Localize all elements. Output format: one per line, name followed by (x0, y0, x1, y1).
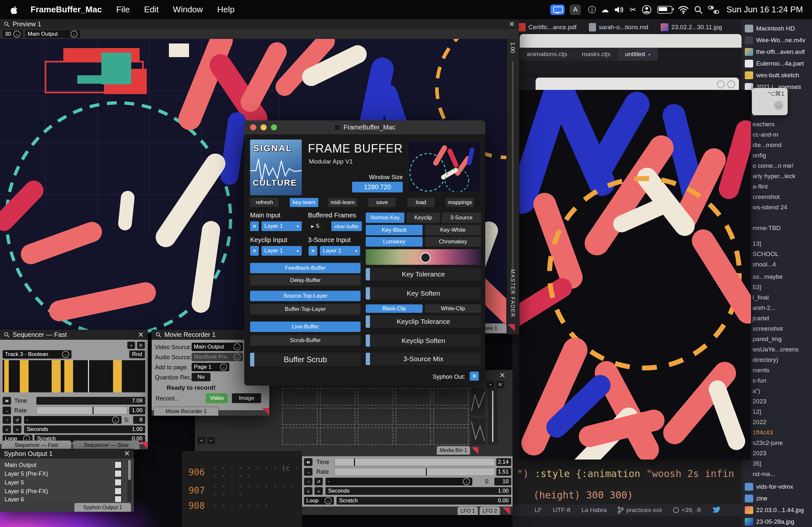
clock-button[interactable]: ◔ (3, 416, 11, 424)
rnd-button[interactable]: Rnd (129, 350, 145, 358)
chromakey-button[interactable]: Chromakey (425, 237, 481, 246)
menu-file[interactable]: File (116, 4, 130, 15)
sidebar-fragment[interactable]: s23c2-june (753, 439, 783, 447)
media-cell[interactable] (396, 408, 431, 425)
media-grid[interactable] (282, 388, 469, 445)
file-chip[interactable]: sarah-o...tions.md (589, 23, 648, 31)
shortcut-panel[interactable]: ⌥⌘1 … (752, 88, 788, 115)
preview-titlebar[interactable]: Preview 1 ✕ (0, 19, 519, 29)
keyclip-soften-slider[interactable]: Keyclip Soften (366, 334, 481, 347)
menu-app-name[interactable]: FrameBuffer_Mac (30, 4, 102, 15)
sidebar-file[interactable]: zine (745, 493, 811, 503)
media-cell[interactable] (433, 388, 469, 406)
screen-recording-icon[interactable] (550, 4, 565, 15)
close-icon[interactable]: ✕ (499, 372, 505, 379)
sidebar-fragment[interactable]: ws-istend 24 (753, 204, 787, 211)
live-buffer-button[interactable]: Live-Buffer (250, 321, 361, 332)
sidebar-fragment[interactable]: 13] (753, 240, 761, 247)
close-icon[interactable]: ✕ (138, 331, 144, 338)
media-cell[interactable] (358, 427, 393, 445)
sidebar-fragment[interactable]: a-flint (753, 183, 768, 190)
loop-arrow-button[interactable]: ↺ (315, 478, 323, 485)
media-cell[interactable] (433, 427, 469, 445)
video-source-select[interactable]: Main Output⌄ (192, 343, 243, 351)
syphon-out-checkbox[interactable]: ✕ (470, 372, 479, 381)
menu-window[interactable]: Window (173, 4, 203, 15)
more-icon[interactable]: … (774, 101, 783, 110)
lfo-curve-display[interactable] (471, 418, 485, 445)
random-toggle-button[interactable]: R (137, 342, 145, 349)
status-diff[interactable]: +39, -8 (673, 507, 701, 514)
sidebar-fragment[interactable]: o come...n me! (753, 162, 794, 169)
status-eol[interactable]: LF (535, 507, 542, 514)
save-button[interactable]: save (368, 198, 396, 207)
sidebar-fragment[interactable]: cc-and-m (753, 131, 778, 138)
syphon-output-tab[interactable]: Syphon Output 1 (74, 503, 131, 512)
add-media-button[interactable]: + (198, 437, 205, 444)
sidebar-fragment[interactable]: creenshot (753, 193, 780, 200)
master-fader[interactable]: 1.00 MASTER FADER (506, 39, 519, 334)
file-chip[interactable]: Certific...ance.pdf (518, 23, 577, 31)
keyclip-input-select[interactable]: Layer 1▾ (261, 246, 302, 256)
window-control-icon[interactable] (727, 80, 735, 88)
media-cell[interactable] (320, 408, 355, 425)
clear-source3-button[interactable]: ✕ (308, 246, 317, 256)
pause-button[interactable]: ▮▮ (304, 458, 313, 466)
key-black-button[interactable]: Key-Black (366, 225, 423, 235)
sequencer-titlebar[interactable]: Sequencer — Fast ✕ (0, 330, 148, 340)
sidebar-file[interactable]: wes-butt.sketch (745, 70, 811, 80)
spotlight-search-icon[interactable] (694, 5, 703, 14)
art-window-titlebar[interactable] (536, 78, 739, 90)
wifi-icon[interactable] (678, 5, 688, 14)
feedback-buffer-button[interactable]: Feedback-Buffer (250, 263, 361, 273)
clock-button[interactable]: ◔ (304, 478, 313, 485)
media-cell[interactable] (320, 388, 355, 406)
white-clip-button[interactable]: White-Clip (425, 304, 481, 313)
sidebar-fragment[interactable]: SCHOOL (753, 251, 779, 258)
pause-button[interactable]: ▮▮ (3, 397, 11, 405)
sidebar-fragment[interactable]: a") (753, 388, 760, 395)
tab-animations[interactable]: animations.cljs (520, 48, 575, 61)
source3-mix-slider[interactable]: 3-Source Mix (366, 353, 481, 365)
sidebar-fragment[interactable]: 53] (753, 284, 761, 291)
info-menu-icon[interactable]: ⓘ (585, 3, 598, 16)
record-video-button[interactable]: Video (206, 393, 228, 403)
track-select[interactable]: Track 3 - Boolean⌄ (3, 350, 71, 359)
window-size-button[interactable]: 1280 720 (352, 182, 403, 193)
random-button[interactable]: R (496, 381, 504, 388)
clear-input-button[interactable]: ✕ (250, 221, 259, 231)
status-encoding[interactable]: UTF-8 (553, 507, 570, 514)
clear-keyclip-button[interactable]: ✕ (250, 246, 259, 256)
sidebar-file[interactable]: vids-for-vdmx (745, 482, 811, 492)
terminal-panel[interactable]: 906· · · · · · · · (c · · · · · · 907· ·… (182, 451, 302, 527)
gradient-knob[interactable] (420, 253, 431, 263)
buffer-scrub-slider[interactable]: Buffer Scrub (250, 353, 361, 366)
lfo-curve-display[interactable] (471, 388, 485, 416)
code-area[interactable]: ") :style {:animation "woosh 2s infin (h… (512, 460, 747, 504)
quantize-button[interactable]: No (192, 373, 211, 381)
status-mode[interactable]: La Habra (581, 507, 607, 514)
media-cell[interactable] (396, 427, 431, 445)
close-icon[interactable]: ✕ (509, 21, 515, 28)
interval-select[interactable]: -⌄ (24, 416, 121, 424)
status-branch[interactable]: practices-xxii (618, 507, 662, 514)
add-button[interactable]: + (127, 342, 135, 349)
key-color-gradient[interactable] (366, 249, 481, 265)
skip-back-button[interactable]: « (304, 487, 313, 495)
sidebar-fragment[interactable]: nd-ma... (753, 470, 775, 478)
checkbox[interactable] (114, 479, 122, 486)
normal-key-button[interactable]: Normal-Key (366, 213, 404, 223)
buffer-top-layer-button[interactable]: Buffer-Top-Layer (250, 304, 361, 314)
file-chip[interactable]: 23.02.2...30.11.jpg (661, 24, 722, 31)
apple-menu-icon[interactable] (10, 5, 18, 15)
sequencer-slow-tab[interactable]: Sequencer — Slow (73, 440, 140, 449)
sidebar-fragment[interactable]: 2023 (753, 398, 766, 405)
rate-slider[interactable] (37, 407, 127, 415)
sequencer-fast-tab[interactable]: Sequencer — Fast (1, 440, 71, 449)
sidebar-fragment[interactable]: so...maybe (753, 273, 783, 281)
menu-help[interactable]: Help (217, 4, 234, 15)
audio-source-select[interactable]: MacBook Pro⌄ (192, 353, 243, 361)
scrollbar[interactable] (127, 459, 132, 502)
source3-input-select[interactable]: Layer 1▾ (320, 246, 360, 256)
clear-buffer-button[interactable]: clear buffer (331, 221, 362, 231)
